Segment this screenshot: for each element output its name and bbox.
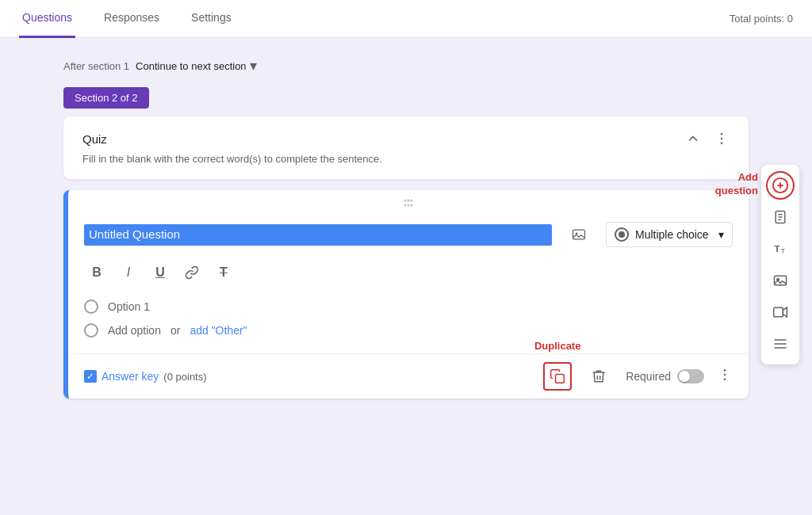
question-input[interactable] xyxy=(84,224,552,246)
total-points: Total points: 0 xyxy=(730,13,793,25)
add-question-button[interactable] xyxy=(766,171,795,200)
svg-text:T: T xyxy=(775,243,780,254)
more-vert-icon[interactable] xyxy=(714,131,730,147)
quiz-description: Fill in the blank with the correct word(… xyxy=(82,153,730,165)
dropdown-arrow-icon: ▾ xyxy=(250,57,257,74)
side-toolbar: T T xyxy=(761,165,799,364)
collapse-icon[interactable] xyxy=(685,131,701,147)
add-other-link[interactable]: add "Other" xyxy=(190,324,247,337)
option-1-label: Option 1 xyxy=(108,300,150,313)
svg-point-5 xyxy=(411,200,413,202)
duplicate-tooltip: Duplicate xyxy=(534,340,581,352)
quiz-card-header: Quiz xyxy=(82,131,730,147)
question-type-label: Multiple choice xyxy=(635,228,709,241)
points-label: (0 points) xyxy=(163,371,206,383)
after-section-label: After section 1 xyxy=(63,60,129,72)
answer-key-label: Answer key xyxy=(102,370,159,383)
question-input-wrapper xyxy=(84,224,552,246)
svg-point-8 xyxy=(411,204,413,207)
type-dropdown-arrow-icon: ▾ xyxy=(718,228,724,241)
svg-point-12 xyxy=(724,368,726,371)
after-section-value: Continue to next section xyxy=(136,60,246,72)
formatting-toolbar: B I U T xyxy=(84,255,733,293)
answer-key-checkbox: ✓ xyxy=(84,370,97,383)
duplicate-button[interactable] xyxy=(543,362,572,391)
import-questions-button[interactable] xyxy=(766,203,795,231)
after-section-dropdown[interactable]: Continue to next section ▾ xyxy=(136,57,256,74)
svg-point-0 xyxy=(721,133,723,135)
underline-button[interactable]: U xyxy=(149,261,171,284)
options-list: Option 1 Add option or add "Other" xyxy=(84,293,733,353)
question-card: Multiple choice ▾ B I U T xyxy=(63,190,749,399)
svg-rect-26 xyxy=(774,307,783,317)
main-content: After section 1 Continue to next section… xyxy=(0,38,812,411)
question-body: Multiple choice ▾ B I U T xyxy=(68,214,749,353)
or-text: or xyxy=(170,324,180,337)
required-label: Required xyxy=(626,370,671,383)
question-type-inner: Multiple choice xyxy=(615,227,709,242)
option-1-radio xyxy=(84,299,98,314)
svg-point-6 xyxy=(404,204,407,207)
question-top-row: Multiple choice ▾ xyxy=(84,220,733,249)
footer-more-icon[interactable] xyxy=(717,367,733,387)
add-option-text[interactable]: Add option xyxy=(108,324,161,337)
svg-text:T: T xyxy=(781,247,785,255)
svg-point-3 xyxy=(404,200,407,202)
checkmark-icon: ✓ xyxy=(86,371,94,382)
section-badge: Section 2 of 2 xyxy=(63,87,149,109)
duplicate-wrapper: Duplicate xyxy=(543,362,572,391)
tabs: Questions Responses Settings xyxy=(19,0,235,38)
tab-questions[interactable]: Questions xyxy=(19,0,75,38)
svg-point-1 xyxy=(721,138,723,140)
after-section-row: After section 1 Continue to next section… xyxy=(63,51,749,87)
drag-handle[interactable] xyxy=(68,190,749,214)
svg-point-7 xyxy=(408,204,410,207)
add-option-radio xyxy=(84,323,98,338)
required-toggle[interactable] xyxy=(677,369,704,383)
link-button[interactable] xyxy=(181,261,203,284)
footer-actions: Duplicate xyxy=(543,362,733,391)
tab-settings[interactable]: Settings xyxy=(188,0,235,38)
delete-button[interactable] xyxy=(584,362,613,391)
svg-point-2 xyxy=(721,143,723,145)
quiz-card: Quiz Fill in the blank with the correct … xyxy=(63,116,749,179)
bold-button[interactable]: B xyxy=(86,261,108,284)
strikethrough-button[interactable]: T xyxy=(213,261,235,284)
add-image-button[interactable] xyxy=(766,266,795,295)
tab-responses[interactable]: Responses xyxy=(101,0,163,38)
answer-key-row[interactable]: ✓ Answer key (0 points) xyxy=(84,370,207,383)
option-1-row: Option 1 xyxy=(84,293,733,320)
image-upload-icon[interactable] xyxy=(565,220,593,249)
quiz-card-icons xyxy=(685,131,730,147)
add-question-label: Addquestion xyxy=(715,171,758,198)
multiple-choice-radio-icon xyxy=(615,227,629,242)
toggle-thumb xyxy=(679,371,690,382)
svg-rect-11 xyxy=(556,375,565,383)
add-section-button[interactable] xyxy=(766,330,795,358)
question-footer: ✓ Answer key (0 points) Duplicate xyxy=(68,353,749,399)
quiz-title: Quiz xyxy=(82,132,107,146)
italic-button[interactable]: I xyxy=(117,261,140,284)
add-title-button[interactable]: T T xyxy=(766,235,795,263)
svg-point-13 xyxy=(724,373,726,376)
required-row: Required xyxy=(626,369,704,383)
add-video-button[interactable] xyxy=(766,298,795,326)
top-bar: Questions Responses Settings Total point… xyxy=(0,0,812,38)
svg-point-14 xyxy=(724,378,726,380)
add-option-row: Add option or add "Other" xyxy=(84,320,733,347)
svg-point-4 xyxy=(408,200,410,202)
question-type-selector[interactable]: Multiple choice ▾ xyxy=(606,222,733,247)
